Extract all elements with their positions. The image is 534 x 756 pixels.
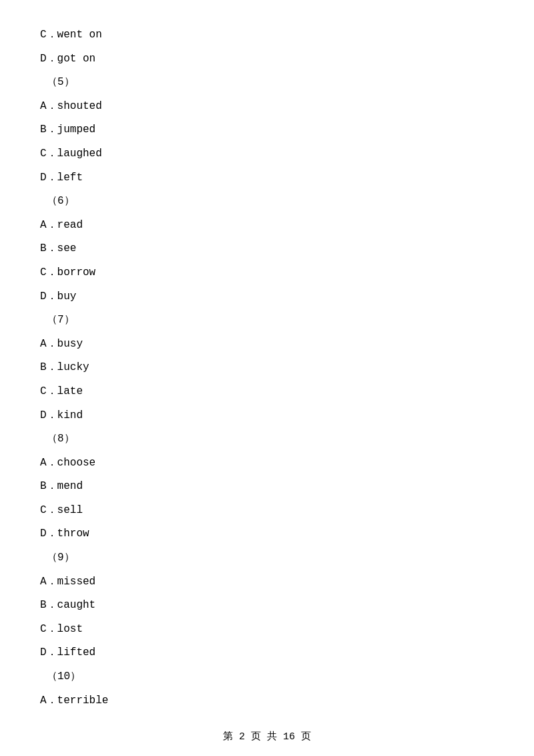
line-b-lucky: B．lucky bbox=[40, 359, 494, 377]
line-a-shouted: A．shouted bbox=[40, 98, 494, 116]
line-c-laughed: C．laughed bbox=[40, 146, 494, 163]
line-a-missed: A．missed bbox=[40, 574, 494, 591]
line-d-buy: D．buy bbox=[40, 289, 494, 306]
line-d-throw: D．throw bbox=[40, 526, 494, 543]
line-b-see: B．see bbox=[40, 240, 494, 258]
line-num-9: （9） bbox=[47, 550, 494, 567]
line-num-10: （10） bbox=[47, 669, 494, 686]
line-c-went-on: C．went on bbox=[40, 27, 494, 44]
page-footer: 第 2 页 共 16 页 bbox=[0, 730, 534, 743]
main-content: C．went on D．got on （5） A．shouted B．jumpe… bbox=[0, 0, 534, 756]
line-a-busy: A．busy bbox=[40, 336, 494, 353]
line-d-got-on: D．got on bbox=[40, 51, 494, 68]
line-a-terrible: A．terrible bbox=[40, 693, 494, 710]
line-c-borrow: C．borrow bbox=[40, 264, 494, 282]
line-d-lifted: D．lifted bbox=[40, 644, 494, 662]
line-num-6: （6） bbox=[47, 193, 494, 210]
line-b-mend: B．mend bbox=[40, 478, 494, 496]
line-c-late: C．late bbox=[40, 383, 494, 401]
line-b-jumped: B．jumped bbox=[40, 122, 494, 139]
page-footer-text: 第 2 页 共 16 页 bbox=[223, 731, 311, 743]
line-c-lost: C．lost bbox=[40, 621, 494, 638]
line-d-left: D．left bbox=[40, 170, 494, 187]
line-a-read: A．read bbox=[40, 217, 494, 234]
line-c-sell: C．sell bbox=[40, 502, 494, 520]
line-b-caught: B．caught bbox=[40, 597, 494, 614]
line-num-7: （7） bbox=[47, 312, 494, 329]
line-num-5: （5） bbox=[47, 74, 494, 91]
line-num-8: （8） bbox=[47, 431, 494, 448]
line-d-kind: D．kind bbox=[40, 407, 494, 425]
line-a-choose: A．choose bbox=[40, 455, 494, 472]
